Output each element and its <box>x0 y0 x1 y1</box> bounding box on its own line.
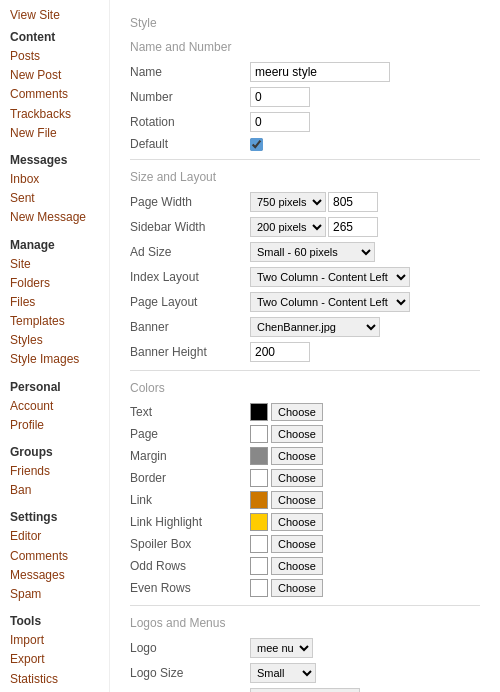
color-link-button[interactable]: Choose <box>271 491 323 509</box>
color-link-swatch <box>250 491 268 509</box>
page-width-label: Page Width <box>130 195 250 209</box>
sidebar-link-import[interactable]: Import <box>10 631 99 650</box>
color-border-label: Border <box>130 471 250 485</box>
name-number-header: Name and Number <box>130 40 480 54</box>
colors-header: Colors <box>130 381 480 395</box>
logo-size-label: Logo Size <box>130 666 250 680</box>
sidebar-width-select[interactable]: 200 pixels 250 pixels <box>250 217 326 237</box>
sidebar-width-row: Sidebar Width 200 pixels 250 pixels <box>130 217 480 237</box>
color-border-button[interactable]: Choose <box>271 469 323 487</box>
color-spoiler-row: Spoiler Box Choose <box>130 535 480 553</box>
sidebar-link-statistics[interactable]: Statistics <box>10 670 99 689</box>
sidebar-section-tools: Tools Import Export Statistics <box>10 614 99 689</box>
sidebar-width-label: Sidebar Width <box>130 220 250 234</box>
sidebar-section-title-personal: Personal <box>10 380 99 394</box>
name-row: Name <box>130 62 480 82</box>
color-border-swatch <box>250 469 268 487</box>
color-page-row: Page Choose <box>130 425 480 443</box>
sidebar-width-controls: 200 pixels 250 pixels <box>250 217 378 237</box>
sidebar-link-files[interactable]: Files <box>10 293 99 312</box>
sidebar-link-friends[interactable]: Friends <box>10 462 99 481</box>
sidebar-section-settings: Settings Editor Comments Messages Spam <box>10 510 99 604</box>
sidebar-link-inbox[interactable]: Inbox <box>10 170 99 189</box>
sidebar-section-title-settings: Settings <box>10 510 99 524</box>
sidebar-section-title-messages: Messages <box>10 153 99 167</box>
sidebar-link-style-images[interactable]: Style Images <box>10 350 99 369</box>
default-label: Default <box>130 137 250 151</box>
color-page-button[interactable]: Choose <box>271 425 323 443</box>
sidebar-link-account[interactable]: Account <box>10 397 99 416</box>
name-input[interactable] <box>250 62 390 82</box>
ad-size-label: Ad Size <box>130 245 250 259</box>
sidebar-link-folders[interactable]: Folders <box>10 274 99 293</box>
sidebar-link-new-message[interactable]: New Message <box>10 208 99 227</box>
color-odd-rows-label: Odd Rows <box>130 559 250 573</box>
sidebar-link-trackbacks[interactable]: Trackbacks <box>10 105 99 124</box>
page-width-input[interactable] <box>328 192 378 212</box>
color-odd-rows-row: Odd Rows Choose <box>130 557 480 575</box>
sidebar-section-messages: Messages Inbox Sent New Message <box>10 153 99 228</box>
sidebar-link-ban[interactable]: Ban <box>10 481 99 500</box>
logo-color-select[interactable]: Orange Red Blue Green <box>250 688 360 692</box>
sidebar-link-new-file[interactable]: New File <box>10 124 99 143</box>
color-text-swatch <box>250 403 268 421</box>
sidebar-link-messages[interactable]: Messages <box>10 566 99 585</box>
sidebar-link-templates[interactable]: Templates <box>10 312 99 331</box>
default-checkbox[interactable] <box>250 138 263 151</box>
number-row: Number <box>130 87 480 107</box>
color-spoiler-swatch <box>250 535 268 553</box>
sidebar-link-comments[interactable]: Comments <box>10 547 99 566</box>
page-layout-select[interactable]: Two Column - Content Left One Column <box>250 292 410 312</box>
sidebar-link-comments[interactable]: Comments <box>10 85 99 104</box>
main-content: Style Name and Number Name Number Rotati… <box>110 0 500 692</box>
color-link-highlight-swatch <box>250 513 268 531</box>
sidebar-link-new-post[interactable]: New Post <box>10 66 99 85</box>
color-link-row: Link Choose <box>130 491 480 509</box>
sidebar-section-title-tools: Tools <box>10 614 99 628</box>
color-margin-label: Margin <box>130 449 250 463</box>
logo-size-row: Logo Size Small Medium Large <box>130 663 480 683</box>
color-even-rows-label: Even Rows <box>130 581 250 595</box>
banner-row: Banner ChenBanner.jpg <box>130 317 480 337</box>
sidebar-link-export[interactable]: Export <box>10 650 99 669</box>
sidebar-section-manage: Manage Site Folders Files Templates Styl… <box>10 238 99 370</box>
color-border-row: Border Choose <box>130 469 480 487</box>
logo-select[interactable]: mee nu <box>250 638 313 658</box>
number-input[interactable] <box>250 87 310 107</box>
page-width-select[interactable]: 750 pixels 800 pixels <box>250 192 326 212</box>
rotation-input[interactable] <box>250 112 310 132</box>
banner-height-input[interactable] <box>250 342 310 362</box>
sidebar-link-profile[interactable]: Profile <box>10 416 99 435</box>
logos-menus-header: Logos and Menus <box>130 616 480 630</box>
index-layout-select[interactable]: Two Column - Content Left One Column <box>250 267 410 287</box>
banner-height-row: Banner Height <box>130 342 480 362</box>
banner-height-label: Banner Height <box>130 345 250 359</box>
view-site-link[interactable]: View Site <box>10 8 99 22</box>
logo-color-row: Logo Color Orange Red Blue Green <box>130 688 480 692</box>
color-link-highlight-row: Link Highlight Choose <box>130 513 480 531</box>
logo-size-select[interactable]: Small Medium Large <box>250 663 316 683</box>
sidebar-link-site[interactable]: Site <box>10 255 99 274</box>
sidebar-link-editor[interactable]: Editor <box>10 527 99 546</box>
sidebar-width-input[interactable] <box>328 217 378 237</box>
sidebar-link-posts[interactable]: Posts <box>10 47 99 66</box>
sidebar-link-sent[interactable]: Sent <box>10 189 99 208</box>
ad-size-row: Ad Size Small - 60 pixels Medium - 120 p… <box>130 242 480 262</box>
color-odd-rows-button[interactable]: Choose <box>271 557 323 575</box>
banner-select[interactable]: ChenBanner.jpg <box>250 317 380 337</box>
number-label: Number <box>130 90 250 104</box>
size-layout-header: Size and Layout <box>130 170 480 184</box>
sidebar-link-spam[interactable]: Spam <box>10 585 99 604</box>
name-label: Name <box>130 65 250 79</box>
color-even-rows-button[interactable]: Choose <box>271 579 323 597</box>
sidebar-link-styles[interactable]: Styles <box>10 331 99 350</box>
sidebar-section-personal: Personal Account Profile <box>10 380 99 435</box>
color-text-button[interactable]: Choose <box>271 403 323 421</box>
banner-label: Banner <box>130 320 250 334</box>
ad-size-select[interactable]: Small - 60 pixels Medium - 120 pixels <box>250 242 375 262</box>
color-link-highlight-button[interactable]: Choose <box>271 513 323 531</box>
color-margin-button[interactable]: Choose <box>271 447 323 465</box>
page-layout-label: Page Layout <box>130 295 250 309</box>
page-layout-row: Page Layout Two Column - Content Left On… <box>130 292 480 312</box>
color-spoiler-button[interactable]: Choose <box>271 535 323 553</box>
